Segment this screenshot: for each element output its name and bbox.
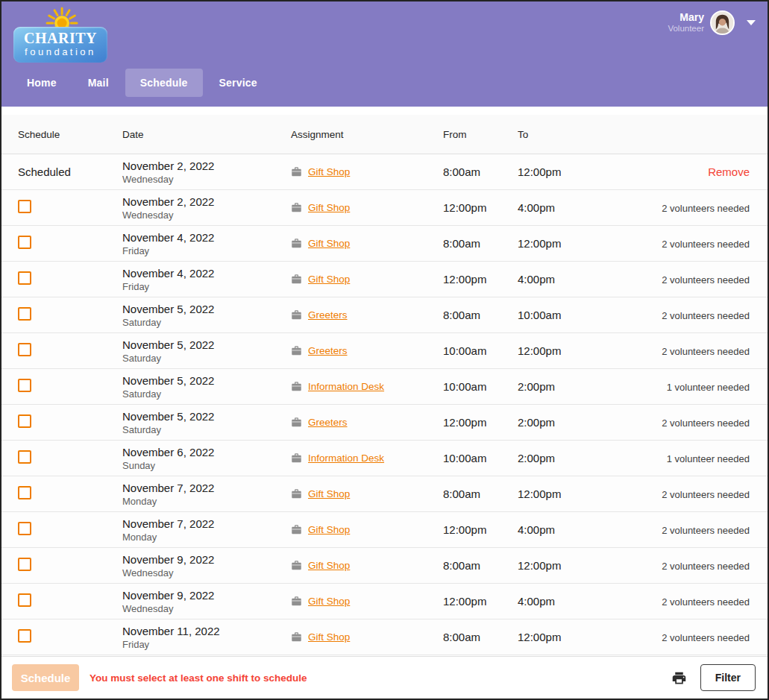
table-row: November 4, 2022FridayGift Shop8:00am12:… bbox=[1, 226, 768, 262]
date-text: November 2, 2022 bbox=[122, 159, 291, 173]
action-cell: 2 volunteers needed bbox=[607, 309, 750, 321]
table-body: ScheduledNovember 2, 2022WednesdayGift S… bbox=[1, 154, 768, 655]
shift-checkbox[interactable] bbox=[18, 593, 31, 607]
from-time: 12:00pm bbox=[443, 595, 518, 608]
weekday-text: Friday bbox=[122, 638, 291, 651]
assignment-link[interactable]: Greeters bbox=[308, 417, 348, 428]
select-cell bbox=[18, 271, 122, 287]
volunteers-needed-label: 2 volunteers needed bbox=[662, 417, 750, 429]
assignment-link[interactable]: Gift Shop bbox=[308, 166, 350, 177]
chevron-down-icon bbox=[747, 20, 756, 25]
assignment-cell: Greeters bbox=[291, 345, 443, 356]
column-header-assignment: Assignment bbox=[291, 129, 443, 140]
weekday-text: Wednesday bbox=[122, 173, 291, 186]
tab-home[interactable]: Home bbox=[12, 69, 72, 97]
tab-service[interactable]: Service bbox=[204, 69, 272, 97]
assignment-cell: Gift Shop bbox=[291, 488, 443, 499]
shift-checkbox[interactable] bbox=[18, 200, 31, 213]
from-time: 12:00pm bbox=[443, 201, 518, 214]
to-time: 4:00pm bbox=[518, 201, 607, 214]
select-cell bbox=[18, 200, 122, 215]
weekday-text: Saturday bbox=[122, 316, 291, 329]
date-cell: November 2, 2022Wednesday bbox=[122, 159, 291, 186]
weekday-text: Saturday bbox=[122, 423, 291, 436]
date-text: November 5, 2022 bbox=[122, 302, 291, 316]
table-row: November 9, 2022WednesdayGift Shop12:00p… bbox=[1, 584, 768, 619]
from-time: 8:00am bbox=[443, 309, 518, 321]
date-cell: November 9, 2022Wednesday bbox=[122, 552, 291, 579]
assignment-cell: Gift Shop bbox=[291, 524, 443, 535]
assignment-link[interactable]: Gift Shop bbox=[308, 202, 350, 213]
assignment-link[interactable]: Information Desk bbox=[308, 381, 384, 392]
validation-warning: You must select at least one shift to sc… bbox=[90, 672, 307, 684]
filter-button[interactable]: Filter bbox=[700, 664, 756, 691]
assignment-link[interactable]: Gift Shop bbox=[308, 524, 350, 535]
shift-checkbox[interactable] bbox=[18, 522, 31, 535]
date-text: November 5, 2022 bbox=[122, 338, 291, 352]
assignment-cell: Greeters bbox=[291, 309, 443, 321]
assignment-link[interactable]: Information Desk bbox=[308, 453, 384, 464]
weekday-text: Monday bbox=[122, 495, 291, 508]
volunteers-needed-label: 2 volunteers needed bbox=[662, 596, 750, 608]
select-cell bbox=[18, 414, 122, 430]
shift-checkbox[interactable] bbox=[18, 414, 31, 428]
user-name: Mary bbox=[668, 12, 704, 23]
weekday-text: Wednesday bbox=[122, 602, 291, 615]
print-button[interactable] bbox=[668, 667, 690, 689]
select-cell bbox=[18, 343, 122, 359]
table-row: November 5, 2022SaturdayGreeters10:00am1… bbox=[1, 333, 768, 369]
shift-checkbox[interactable] bbox=[18, 558, 31, 571]
weekday-text: Monday bbox=[122, 531, 291, 543]
shift-checkbox[interactable] bbox=[18, 271, 31, 285]
assignment-link[interactable]: Gift Shop bbox=[308, 596, 350, 607]
from-time: 12:00pm bbox=[443, 273, 518, 286]
table-row: November 2, 2022WednesdayGift Shop12:00p… bbox=[1, 190, 768, 226]
remove-link[interactable]: Remove bbox=[708, 165, 750, 178]
assignment-cell: Gift Shop bbox=[291, 560, 443, 571]
date-text: November 5, 2022 bbox=[122, 409, 291, 423]
weekday-text: Friday bbox=[122, 245, 291, 257]
assignment-link[interactable]: Gift Shop bbox=[308, 488, 350, 499]
schedule-button[interactable]: Schedule bbox=[12, 664, 79, 691]
tab-mail[interactable]: Mail bbox=[73, 69, 124, 97]
table-header-row: Schedule Date Assignment From To bbox=[1, 115, 768, 154]
volunteers-needed-label: 2 volunteers needed bbox=[662, 239, 750, 250]
shift-checkbox[interactable] bbox=[18, 307, 31, 321]
select-cell bbox=[18, 486, 122, 502]
table-row: November 4, 2022FridayGift Shop12:00pm4:… bbox=[1, 262, 768, 297]
shift-checkbox[interactable] bbox=[18, 236, 31, 249]
shift-checkbox[interactable] bbox=[18, 343, 31, 356]
assignment-link[interactable]: Greeters bbox=[308, 345, 348, 356]
assignment-cell: Gift Shop bbox=[291, 238, 443, 249]
assignment-link[interactable]: Gift Shop bbox=[308, 560, 350, 571]
assignment-cell: Gift Shop bbox=[291, 166, 443, 177]
assignment-link[interactable]: Gift Shop bbox=[308, 631, 350, 643]
select-cell bbox=[18, 629, 122, 645]
volunteers-needed-label: 2 volunteers needed bbox=[662, 561, 750, 572]
assignment-link[interactable]: Gift Shop bbox=[308, 274, 350, 285]
date-cell: November 6, 2022Sunday bbox=[122, 445, 291, 472]
date-text: November 6, 2022 bbox=[122, 445, 291, 459]
volunteers-needed-label: 2 volunteers needed bbox=[662, 632, 750, 643]
to-time: 12:00pm bbox=[518, 165, 607, 178]
to-time: 12:00pm bbox=[518, 631, 607, 643]
avatar[interactable] bbox=[710, 10, 735, 35]
shift-checkbox[interactable] bbox=[18, 450, 31, 464]
user-menu[interactable]: Mary Volunteer bbox=[668, 10, 756, 35]
table-row: November 11, 2022FridayGift Shop8:00am12… bbox=[1, 619, 768, 655]
from-time: 12:00pm bbox=[443, 523, 518, 536]
assignment-link[interactable]: Greeters bbox=[308, 309, 348, 321]
shift-checkbox[interactable] bbox=[18, 379, 31, 392]
briefcase-icon bbox=[291, 202, 302, 213]
shift-checkbox[interactable] bbox=[18, 629, 31, 643]
date-text: November 2, 2022 bbox=[122, 195, 291, 209]
page: CHARITY foundation Mary Volunteer bbox=[0, 0, 769, 700]
charity-foundation-logo[interactable]: CHARITY foundation bbox=[13, 27, 107, 63]
assignment-link[interactable]: Gift Shop bbox=[308, 238, 350, 249]
logo-box: CHARITY foundation bbox=[13, 27, 107, 63]
select-cell bbox=[18, 379, 122, 394]
action-cell: Remove bbox=[607, 165, 750, 178]
shift-checkbox[interactable] bbox=[18, 486, 31, 499]
date-text: November 7, 2022 bbox=[122, 481, 291, 495]
tab-schedule[interactable]: Schedule bbox=[125, 69, 203, 97]
